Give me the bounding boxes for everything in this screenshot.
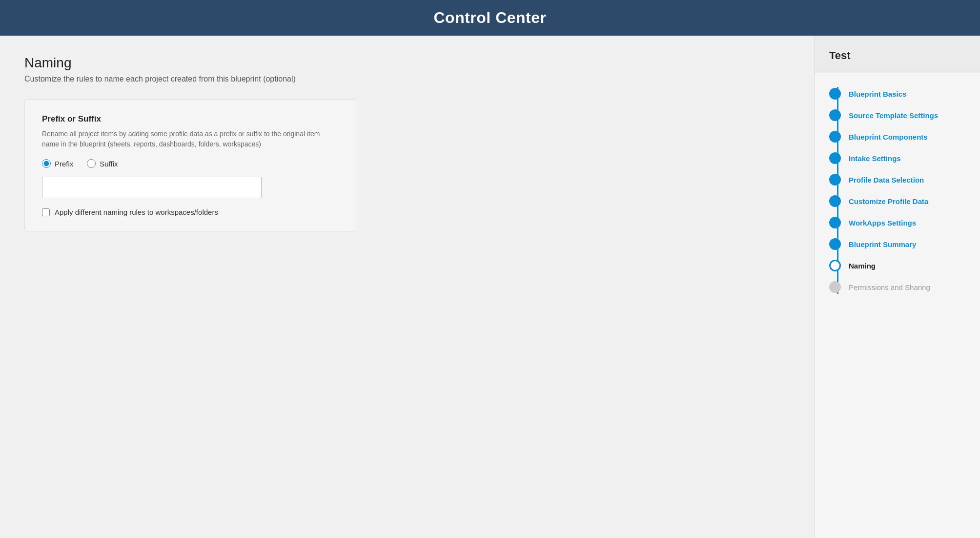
sidebar-item-source-template-settings[interactable]: Source Template Settings [829,104,980,126]
suffix-radio[interactable] [87,159,96,168]
naming-text-input[interactable] [42,177,262,198]
naming-card: Prefix or Suffix Rename all project item… [24,99,356,231]
nav-label-3: Intake Settings [849,154,901,163]
sidebar: Test Blueprint BasicsSource Template Set… [814,36,980,538]
prefix-radio[interactable] [42,159,51,168]
sidebar-item-blueprint-summary[interactable]: Blueprint Summary [829,233,980,255]
nav-dot-1 [829,109,841,121]
card-section-title: Prefix or Suffix [42,114,339,124]
sidebar-item-profile-data-selection[interactable]: Profile Data Selection [829,169,980,190]
nav-label-1: Source Template Settings [849,111,938,120]
sidebar-nav: Blueprint BasicsSource Template Settings… [815,73,980,308]
nav-label-5: Customize Profile Data [849,197,928,206]
prefix-label: Prefix [55,160,73,168]
checkbox-row: Apply different naming rules to workspac… [42,208,339,216]
sidebar-item-customize-profile-data[interactable]: Customize Profile Data [829,190,980,212]
nav-dot-4 [829,174,841,186]
suffix-radio-label[interactable]: Suffix [87,159,118,168]
prefix-radio-label[interactable]: Prefix [42,159,73,168]
nav-label-7: Blueprint Summary [849,240,916,248]
sidebar-header: Test [815,36,980,73]
content-area: Naming Customize the rules to name each … [0,36,814,538]
sidebar-item-naming[interactable]: Naming [829,255,980,276]
nav-dot-2 [829,131,841,143]
nav-dot-5 [829,195,841,207]
nav-label-6: WorkApps Settings [849,219,916,227]
checkbox-label: Apply different naming rules to workspac… [55,208,218,216]
sidebar-item-intake-settings[interactable]: Intake Settings [829,147,980,169]
app-title: Control Center [0,9,980,27]
nav-dot-7 [829,238,841,250]
sidebar-item-workapps-settings[interactable]: WorkApps Settings [829,212,980,233]
prefix-suffix-radio-group: Prefix Suffix [42,159,339,168]
nav-dot-3 [829,152,841,164]
nav-label-0: Blueprint Basics [849,90,906,98]
nav-dot-9 [829,281,841,293]
page-subtitle: Customize the rules to name each project… [24,75,790,83]
nav-label-2: Blueprint Components [849,133,928,141]
suffix-label: Suffix [100,160,118,168]
sidebar-item-blueprint-components[interactable]: Blueprint Components [829,126,980,147]
sidebar-item-blueprint-basics[interactable]: Blueprint Basics [829,83,980,104]
card-description: Rename all project items by adding some … [42,129,339,149]
nav-dot-0 [829,88,841,100]
sidebar-item-permissions-and-sharing[interactable]: Permissions and Sharing [829,276,980,298]
main-layout: Naming Customize the rules to name each … [0,36,980,538]
nav-dot-8 [829,260,841,271]
nav-label-8: Naming [849,262,876,270]
different-naming-checkbox[interactable] [42,208,50,216]
nav-dot-6 [829,217,841,228]
nav-label-9: Permissions and Sharing [849,283,930,291]
app-header: Control Center [0,0,980,36]
nav-label-4: Profile Data Selection [849,176,924,184]
page-title: Naming [24,55,790,71]
